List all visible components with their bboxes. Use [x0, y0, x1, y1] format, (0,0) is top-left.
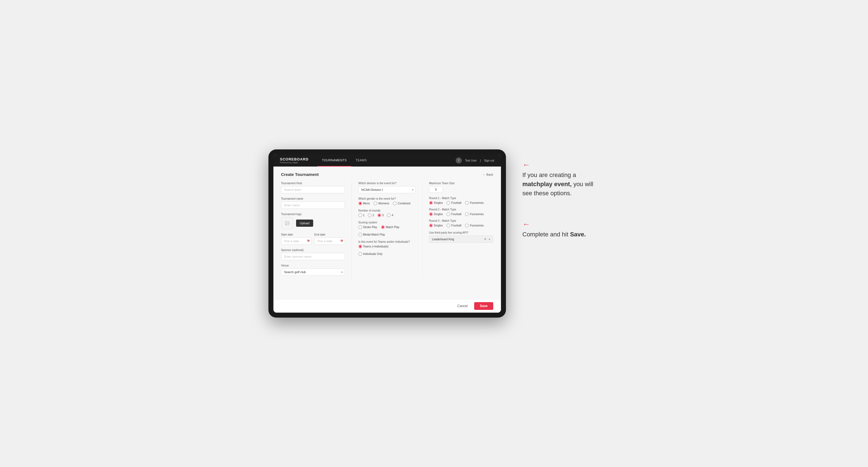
round-1-text: 1: [363, 214, 365, 217]
rounds-group: Number of rounds 1 2: [359, 209, 415, 217]
scoring-match-label[interactable]: Match Play: [381, 225, 399, 229]
gender-womens-radio[interactable]: [374, 201, 377, 205]
round3-foursomes-text: Foursomes: [470, 224, 484, 227]
gender-womens-label[interactable]: Womens: [374, 201, 389, 205]
round-4-label[interactable]: 4: [387, 214, 393, 217]
round-2-radio[interactable]: [368, 214, 371, 217]
round-1-label[interactable]: 1: [359, 214, 365, 217]
scoring-medal-radio[interactable]: [359, 233, 362, 237]
division-select[interactable]: NCAA Division I NCAA Division II NCAA Di…: [359, 186, 415, 193]
scoring-stroke-radio[interactable]: [359, 225, 362, 229]
api-tag-close-button[interactable]: ✕: [484, 237, 487, 241]
round3-match-type-title: Round 3 - Match Type: [429, 219, 493, 222]
round2-foursomes-label[interactable]: Foursomes: [465, 212, 484, 216]
tournament-host-label: Tournament Host: [281, 182, 345, 185]
nav-bar: SCOREBOARD Powered by clippit TOURNAMENT…: [273, 154, 501, 166]
round1-match-type-title: Round 1 - Match Type: [429, 197, 493, 200]
round-3-radio[interactable]: [377, 214, 381, 217]
round1-foursomes-label[interactable]: Foursomes: [465, 201, 484, 205]
round3-foursomes-label[interactable]: Foursomes: [465, 224, 484, 227]
gender-mens-label[interactable]: Mens: [359, 201, 370, 205]
round2-singles-radio[interactable]: [429, 212, 433, 216]
round2-foursomes-text: Foursomes: [470, 213, 484, 216]
sign-out-button[interactable]: Sign out: [484, 159, 494, 162]
annotation-bottom-text-normal: Complete and hit: [523, 231, 570, 238]
round3-singles-radio[interactable]: [429, 224, 433, 227]
end-date-input[interactable]: [314, 238, 345, 245]
gender-combined-label[interactable]: Combined: [393, 201, 410, 205]
round2-singles-label[interactable]: Singles: [429, 212, 443, 216]
round-2-text: 2: [373, 214, 374, 217]
division-select-wrapper: NCAA Division I NCAA Division II NCAA Di…: [359, 186, 415, 193]
scoring-match-radio[interactable]: [381, 225, 385, 229]
annotation-top-text-bold: matchplay event,: [523, 181, 572, 188]
sponsor-label: Sponsor (optional): [281, 249, 345, 252]
division-group: Which division is the event for? NCAA Di…: [359, 182, 415, 193]
round3-fourball-radio[interactable]: [446, 224, 450, 227]
round2-foursomes-radio[interactable]: [465, 212, 469, 216]
round-3-text: 3: [382, 214, 384, 217]
upload-button[interactable]: Upload: [296, 220, 313, 227]
individuals-option-label[interactable]: Individuals Only: [359, 252, 383, 256]
venue-group: Venue Search golf club: [281, 264, 345, 276]
round1-foursomes-radio[interactable]: [465, 201, 469, 205]
api-dropdown-icon[interactable]: ▾: [489, 238, 490, 241]
round3-fourball-label[interactable]: Fourball: [446, 224, 461, 227]
round-4-radio[interactable]: [387, 214, 391, 217]
teams-option-radio[interactable]: [359, 245, 362, 248]
end-date-group: End date: [314, 233, 345, 245]
tab-tournaments[interactable]: TOURNAMENTS: [317, 154, 351, 166]
round1-fourball-radio[interactable]: [446, 201, 450, 205]
scoring-medal-label[interactable]: Medal Match Play: [359, 233, 385, 237]
round3-singles-label[interactable]: Singles: [429, 224, 443, 227]
cancel-button[interactable]: Cancel: [454, 302, 471, 310]
teams-option-label[interactable]: Teams (+Individuals): [359, 245, 389, 248]
gender-mens-radio[interactable]: [359, 201, 362, 205]
gender-combined-radio[interactable]: [393, 201, 397, 205]
scoring-stroke-label[interactable]: Stroke Play: [359, 225, 377, 229]
nav-logo: SCOREBOARD Powered by clippit: [280, 157, 309, 164]
round-3-label[interactable]: 3: [377, 214, 384, 217]
page-title: Create Tournament: [281, 172, 319, 177]
round-2-label[interactable]: 2: [368, 214, 374, 217]
rounds-label: Number of rounds: [359, 209, 415, 212]
start-date-wrapper: [281, 238, 312, 245]
nav-right: T Test User | Sign out: [456, 157, 494, 163]
teams-label: Is this event for Teams and/or Individua…: [359, 240, 415, 243]
sponsor-input[interactable]: [281, 253, 345, 260]
tournament-name-input[interactable]: [281, 201, 345, 209]
save-button[interactable]: Save: [474, 302, 493, 310]
round1-fourball-label[interactable]: Fourball: [446, 201, 461, 205]
division-label: Which division is the event for?: [359, 182, 415, 185]
right-column: Maximum Team Size Round 1 - Match Type S…: [423, 182, 493, 279]
round-1-radio[interactable]: [359, 214, 362, 217]
round2-fourball-label[interactable]: Fourball: [446, 212, 461, 216]
tournament-host-input[interactable]: [281, 186, 345, 193]
round1-singles-label[interactable]: Singles: [429, 201, 443, 205]
gender-radio-group: Mens Womens Combined: [359, 201, 415, 205]
round1-foursomes-text: Foursomes: [470, 201, 484, 205]
start-date-input[interactable]: [281, 238, 312, 245]
user-name: Test User: [465, 159, 477, 162]
venue-select[interactable]: Search golf club: [281, 269, 345, 276]
round-4-text: 4: [392, 214, 393, 217]
api-group: Use third-party live scoring API? Leader…: [429, 231, 493, 243]
tournament-host-group: Tournament Host: [281, 182, 345, 193]
start-date-label: Start date: [281, 233, 312, 236]
round3-foursomes-radio[interactable]: [465, 224, 469, 227]
back-button[interactable]: ← Back: [483, 173, 493, 176]
bottom-bar: Cancel Save: [273, 299, 501, 313]
tablet-frame: SCOREBOARD Powered by clippit TOURNAMENT…: [269, 149, 506, 318]
arrow-top-icon: ←: [523, 160, 600, 169]
individuals-option-radio[interactable]: [359, 252, 362, 256]
api-value: Leaderboard King: [432, 238, 454, 241]
max-team-size-input[interactable]: [429, 186, 443, 193]
venue-select-wrapper: Search golf club: [281, 269, 345, 276]
form-area: Tournament Host Tournament name Tourname…: [281, 182, 493, 279]
round2-fourball-radio[interactable]: [446, 212, 450, 216]
tab-teams[interactable]: TEAMS: [351, 154, 371, 166]
annotation-top: ← If you are creating a matchplay event,…: [523, 160, 600, 198]
main-content: Create Tournament ← Back Tournament Host…: [273, 166, 501, 299]
arrow-bottom-icon: ←: [523, 220, 600, 229]
round1-singles-radio[interactable]: [429, 201, 433, 205]
